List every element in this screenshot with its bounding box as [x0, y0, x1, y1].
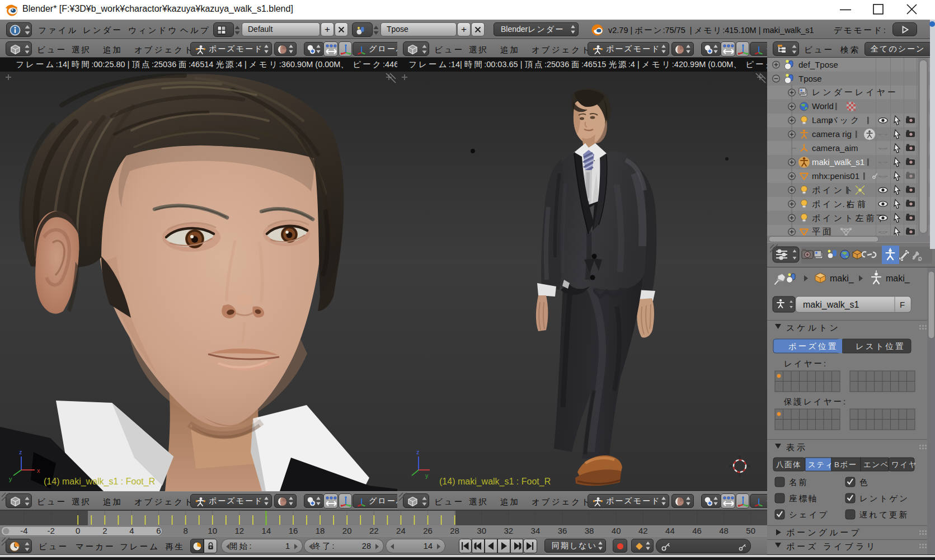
svg-text:44: 44 — [665, 526, 675, 535]
svg-text:エンベ: エンベ — [863, 460, 889, 469]
svg-text:F: F — [900, 300, 905, 309]
svg-text:maki_: maki_ — [830, 274, 854, 284]
svg-text:-4: -4 — [20, 526, 27, 535]
svg-text:8: 8 — [183, 526, 187, 535]
svg-text:Tpose: Tpose — [798, 74, 822, 83]
svg-text:z: z — [416, 449, 420, 455]
svg-text:ポーズ位置: ポーズ位置 — [788, 342, 838, 351]
svg-text:バック: バック — [828, 115, 861, 125]
svg-text:レイヤー:: レイヤー: — [784, 359, 828, 368]
svg-text:ポーズ ライブラリ: ポーズ ライブラリ — [786, 542, 877, 551]
svg-text:32: 32 — [504, 526, 513, 535]
svg-text:30: 30 — [477, 526, 486, 535]
svg-text:26: 26 — [423, 526, 433, 535]
svg-text:maki_: maki_ — [886, 274, 910, 284]
svg-text:maki_walk_s1: maki_walk_s1 — [803, 300, 859, 310]
svg-text:レスト位置: レスト位置 — [856, 342, 905, 351]
svg-text:camera_aim: camera_aim — [812, 143, 858, 153]
svg-text:camera rig: camera rig — [812, 129, 852, 139]
svg-text:スケルトン: スケルトン — [786, 323, 840, 332]
svg-text:レンダーレイヤー: レンダーレイヤー — [812, 87, 898, 97]
svg-text:座標軸: 座標軸 — [789, 494, 819, 503]
svg-text:maki_walk_s1: maki_walk_s1 — [812, 157, 864, 167]
svg-text:シェイプ: シェイプ — [789, 510, 829, 519]
svg-text:2: 2 — [102, 526, 107, 535]
svg-text:24: 24 — [396, 526, 406, 535]
svg-text:ワイヤ: ワイヤ — [891, 460, 917, 469]
svg-text:0: 0 — [76, 526, 80, 535]
svg-text:28: 28 — [450, 526, 459, 535]
svg-text:八面体: 八面体 — [776, 460, 801, 469]
svg-text:World: World — [812, 101, 834, 111]
svg-text:名前: 名前 — [789, 478, 809, 487]
svg-text:14: 14 — [262, 526, 271, 535]
svg-text:4: 4 — [129, 526, 134, 535]
svg-text:スティ: スティ — [808, 460, 834, 469]
svg-text:mhx:penis01: mhx:penis01 — [812, 171, 859, 181]
svg-text:40: 40 — [612, 526, 621, 535]
svg-text:(14) maki_walk_s1 : Foot_R: (14) maki_walk_s1 : Foot_R — [439, 477, 551, 487]
svg-text:-2: -2 — [47, 526, 54, 535]
svg-text:遅れて更新: 遅れて更新 — [859, 510, 909, 519]
svg-text:def_Tpose: def_Tpose — [798, 60, 838, 69]
svg-text:6: 6 — [156, 526, 161, 535]
svg-text:Bボー: Bボー — [834, 460, 857, 469]
svg-text:z: z — [19, 449, 22, 455]
svg-text:y: y — [425, 472, 429, 479]
svg-text:保護レイヤー:: 保護レイヤー: — [783, 397, 847, 406]
svg-text:46: 46 — [692, 526, 702, 535]
svg-text:(14) maki_walk_s1 : Foot_R: (14) maki_walk_s1 : Foot_R — [44, 477, 155, 487]
svg-text:12: 12 — [234, 526, 244, 535]
svg-text:.: . — [842, 199, 844, 209]
svg-text:16: 16 — [289, 526, 298, 535]
svg-text:36: 36 — [558, 526, 567, 535]
svg-text:x: x — [37, 467, 40, 474]
svg-text:右前: 右前 — [846, 199, 868, 209]
svg-text:表示: 表示 — [786, 443, 807, 452]
svg-text:42: 42 — [638, 526, 648, 535]
svg-text:10: 10 — [208, 526, 217, 535]
svg-text:34: 34 — [531, 526, 541, 535]
svg-text:20: 20 — [342, 526, 352, 535]
svg-text:色: 色 — [859, 478, 870, 487]
svg-text:ポイント左前下: ポイント左前下 — [812, 213, 887, 223]
svg-text:18: 18 — [316, 526, 325, 535]
svg-text:ポイント: ポイント — [812, 185, 855, 195]
svg-text:48: 48 — [719, 526, 729, 535]
svg-text:50: 50 — [746, 526, 755, 535]
svg-text:y: y — [9, 476, 12, 482]
svg-text:ボーングループ: ボーングループ — [786, 528, 862, 537]
svg-text:38: 38 — [585, 526, 594, 535]
svg-text:22: 22 — [369, 526, 379, 535]
svg-text:レントゲン: レントゲン — [859, 494, 909, 503]
